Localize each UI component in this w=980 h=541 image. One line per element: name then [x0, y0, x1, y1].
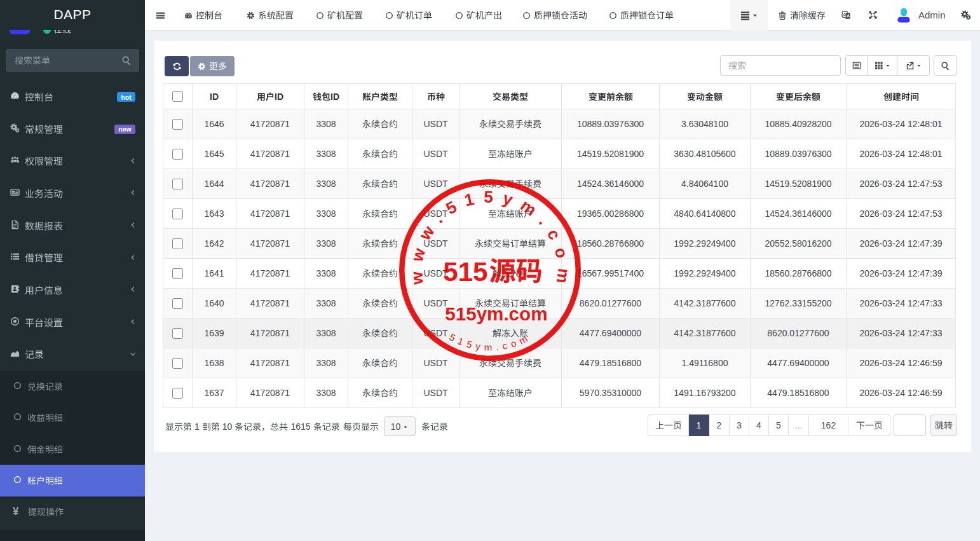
svg-text:515ym.com: 515ym.com	[445, 303, 547, 324]
svg-text:515ym.com: 515ym.com	[447, 331, 533, 353]
svg-text:515: 515	[443, 257, 487, 287]
